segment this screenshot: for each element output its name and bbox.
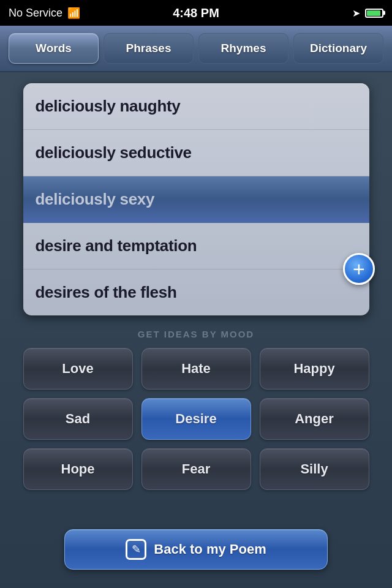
time-label: 4:48 PM xyxy=(173,6,219,20)
status-bar: No Service 📶 4:48 PM ➤ xyxy=(0,0,392,26)
mood-section-label: GET IDEAS BY MOOD xyxy=(138,329,254,339)
back-btn-icon: ✎ xyxy=(126,539,146,560)
nav-bar: WordsPhrasesRhymesDictionary xyxy=(0,26,392,72)
mood-btn-love[interactable]: Love xyxy=(23,348,133,390)
battery-icon xyxy=(365,9,383,18)
list-item-3[interactable]: desire and temptation xyxy=(23,223,369,270)
mood-btn-happy[interactable]: Happy xyxy=(260,348,369,390)
mood-btn-hate[interactable]: Hate xyxy=(141,348,251,390)
add-button[interactable]: + xyxy=(343,253,375,285)
mood-btn-sad[interactable]: Sad xyxy=(23,398,133,440)
back-btn-label: Back to my Poem xyxy=(154,541,266,557)
mood-btn-desire[interactable]: Desire xyxy=(141,398,251,440)
main-content: deliciously naughtydeliciously seductive… xyxy=(0,72,392,588)
location-icon: ➤ xyxy=(352,7,360,19)
wifi-icon: 📶 xyxy=(67,7,80,20)
tab-dictionary[interactable]: Dictionary xyxy=(293,33,383,64)
list-item-1[interactable]: deliciously seductive xyxy=(23,130,369,176)
tab-phrases[interactable]: Phrases xyxy=(104,33,194,64)
list-item-2[interactable]: deliciously sexy xyxy=(23,176,369,223)
mood-btn-hope[interactable]: Hope xyxy=(23,448,133,490)
tab-words[interactable]: Words xyxy=(9,33,99,64)
carrier-label: No Service xyxy=(9,7,62,20)
back-to-poem-button[interactable]: ✎ Back to my Poem xyxy=(64,529,328,570)
mood-btn-silly[interactable]: Silly xyxy=(260,448,369,490)
tab-rhymes[interactable]: Rhymes xyxy=(198,33,288,64)
list-item-4[interactable]: desires of the flesh xyxy=(23,270,369,315)
mood-btn-fear[interactable]: Fear xyxy=(141,448,251,490)
mood-btn-anger[interactable]: Anger xyxy=(260,398,369,440)
word-list-container: deliciously naughtydeliciously seductive… xyxy=(23,83,369,315)
list-item-0[interactable]: deliciously naughty xyxy=(23,83,369,130)
mood-grid: LoveHateHappySadDesireAngerHopeFearSilly xyxy=(23,348,369,490)
